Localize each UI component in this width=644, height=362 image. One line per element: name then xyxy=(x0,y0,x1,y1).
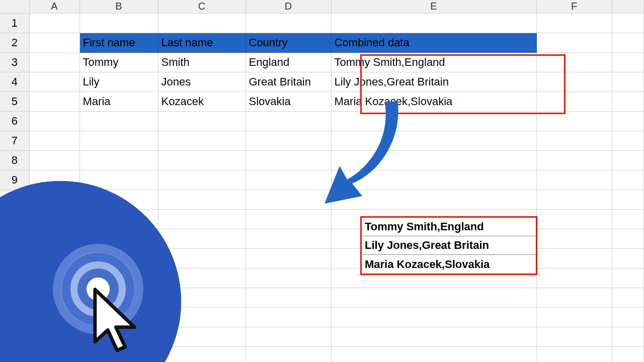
col-header-a[interactable]: A xyxy=(29,0,79,13)
cell[interactable] xyxy=(79,13,158,33)
cell[interactable] xyxy=(158,288,246,307)
row-header-5[interactable]: 5 xyxy=(0,92,29,111)
cell[interactable] xyxy=(79,229,158,248)
cell[interactable] xyxy=(536,170,612,190)
cell[interactable] xyxy=(246,229,331,248)
cell[interactable] xyxy=(246,170,331,190)
row-header-3[interactable]: 3 xyxy=(0,52,29,72)
spreadsheet-grid[interactable]: A B C D E F 1 2 First name Last name Cou… xyxy=(0,0,644,362)
cell[interactable] xyxy=(158,346,246,362)
cell[interactable] xyxy=(158,150,246,170)
cell[interactable] xyxy=(29,72,79,92)
cell[interactable] xyxy=(612,170,644,190)
cell-combined[interactable]: Maria Kozacek,Slovakia xyxy=(331,92,536,111)
cell[interactable] xyxy=(79,346,158,362)
cell[interactable] xyxy=(246,346,331,362)
cell[interactable] xyxy=(536,209,612,229)
cell[interactable] xyxy=(536,131,612,150)
cell[interactable] xyxy=(536,190,612,209)
row-header[interactable] xyxy=(0,327,29,346)
cell[interactable] xyxy=(612,52,644,72)
cell[interactable] xyxy=(612,268,644,288)
cell-country[interactable]: England xyxy=(246,52,331,72)
cell[interactable] xyxy=(29,150,79,170)
cell[interactable] xyxy=(158,209,246,229)
cell[interactable] xyxy=(331,307,536,327)
cell[interactable] xyxy=(29,248,79,268)
cell[interactable] xyxy=(612,307,644,327)
row-header-10[interactable]: 10 xyxy=(0,190,29,209)
cell-combined[interactable]: Lily Jones,Great Britain xyxy=(331,72,536,92)
cell[interactable] xyxy=(29,52,79,72)
cell[interactable] xyxy=(246,190,331,209)
cell[interactable] xyxy=(536,72,612,92)
row-header-4[interactable]: 4 xyxy=(0,72,29,92)
cell[interactable] xyxy=(246,111,331,131)
col-header-b[interactable]: B xyxy=(79,0,158,13)
cell[interactable] xyxy=(331,327,536,346)
cell[interactable] xyxy=(612,33,644,52)
cell[interactable] xyxy=(79,307,158,327)
col-header-d[interactable]: D xyxy=(246,0,331,13)
cell[interactable] xyxy=(79,209,158,229)
cell[interactable] xyxy=(331,190,536,209)
cell[interactable] xyxy=(246,327,331,346)
cell-country[interactable]: Slovakia xyxy=(246,92,331,111)
cell[interactable] xyxy=(536,346,612,362)
cell[interactable] xyxy=(536,229,612,248)
cell[interactable] xyxy=(612,13,644,33)
cell[interactable] xyxy=(246,131,331,150)
cell[interactable] xyxy=(536,52,612,72)
row-header-1[interactable]: 1 xyxy=(0,13,29,33)
cell-first-name[interactable]: Maria xyxy=(79,92,158,111)
header-last-name[interactable]: Last name xyxy=(158,33,246,52)
row-header-8[interactable]: 8 xyxy=(0,150,29,170)
col-header-f[interactable]: F xyxy=(536,0,612,13)
cell[interactable] xyxy=(612,248,644,268)
cell[interactable] xyxy=(612,131,644,150)
cell[interactable] xyxy=(158,248,246,268)
cell[interactable] xyxy=(331,111,536,131)
cell-first-name[interactable]: Lily xyxy=(79,72,158,92)
cell[interactable] xyxy=(246,150,331,170)
cell[interactable] xyxy=(158,327,246,346)
header-country[interactable]: Country xyxy=(246,33,331,52)
cell[interactable] xyxy=(29,92,79,111)
cell[interactable] xyxy=(79,288,158,307)
cell[interactable] xyxy=(29,170,79,190)
header-first-name[interactable]: First name xyxy=(79,33,158,52)
cell[interactable] xyxy=(331,170,536,190)
row-header[interactable] xyxy=(0,268,29,288)
cell[interactable] xyxy=(29,229,79,248)
cell[interactable] xyxy=(612,346,644,362)
select-all-corner[interactable] xyxy=(0,0,29,13)
cell[interactable] xyxy=(158,111,246,131)
cell[interactable] xyxy=(612,111,644,131)
cell[interactable] xyxy=(246,307,331,327)
cell[interactable] xyxy=(158,190,246,209)
cell[interactable] xyxy=(536,307,612,327)
cell[interactable] xyxy=(612,288,644,307)
row-header[interactable] xyxy=(0,288,29,307)
col-header-c[interactable]: C xyxy=(158,0,246,13)
cell[interactable] xyxy=(246,13,331,33)
cell[interactable] xyxy=(612,327,644,346)
cell[interactable] xyxy=(29,33,79,52)
cell[interactable] xyxy=(536,92,612,111)
cell[interactable] xyxy=(158,268,246,288)
cell[interactable] xyxy=(612,92,644,111)
cell[interactable] xyxy=(79,190,158,209)
cell[interactable] xyxy=(331,346,536,362)
row-header[interactable] xyxy=(0,248,29,268)
cell[interactable] xyxy=(29,268,79,288)
cell[interactable] xyxy=(158,13,246,33)
cell[interactable] xyxy=(246,288,331,307)
cell-last-name[interactable]: Smith xyxy=(158,52,246,72)
cell[interactable] xyxy=(79,248,158,268)
cell[interactable] xyxy=(29,131,79,150)
cell[interactable] xyxy=(158,307,246,327)
cell[interactable] xyxy=(536,288,612,307)
cell[interactable] xyxy=(536,248,612,268)
cell[interactable] xyxy=(331,150,536,170)
cell[interactable] xyxy=(79,327,158,346)
